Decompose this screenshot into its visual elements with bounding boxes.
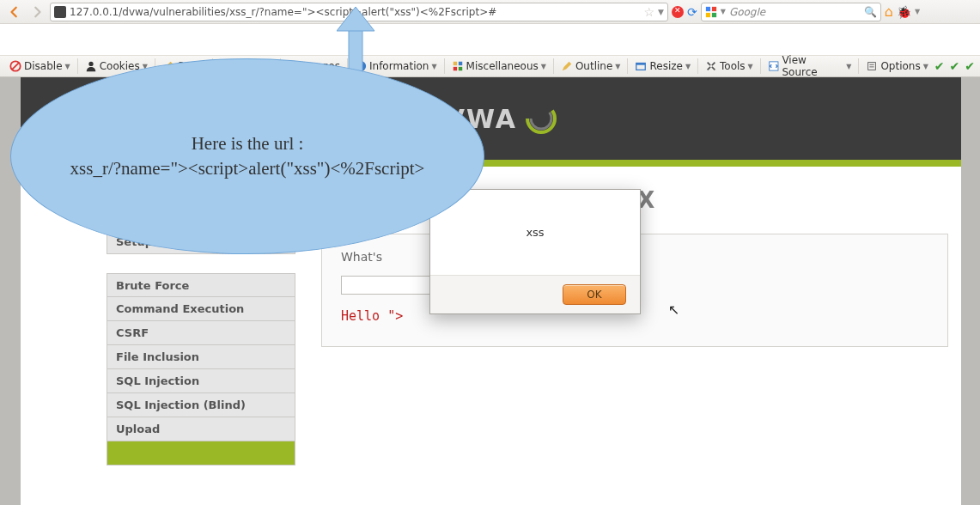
- tb-label: Forms: [234, 60, 265, 72]
- check-icon[interactable]: ✔: [965, 59, 975, 73]
- home-button[interactable]: ⌂: [885, 3, 893, 20]
- sidebar-item-label: Upload: [116, 423, 160, 435]
- sidebar-item-bruteforce[interactable]: Brute Force: [107, 273, 295, 297]
- firebug-icon[interactable]: 🐞: [897, 5, 911, 19]
- tb-viewsource[interactable]: View Source▼: [764, 53, 856, 79]
- check-icon[interactable]: ✔: [934, 59, 945, 73]
- toolbar-caret-icon[interactable]: ▼: [915, 8, 920, 15]
- js-alert-dialog: xss OK: [429, 189, 641, 314]
- source-icon: [768, 60, 780, 72]
- dropdown-caret-icon[interactable]: ▼: [658, 8, 664, 16]
- tb-label: Resize: [649, 60, 682, 72]
- webdev-toolbar: Disable▼ Cookies▼ CSS▼ Forms▼ Images i I…: [0, 55, 980, 77]
- tb-label: Disable: [24, 60, 63, 72]
- main-content: ted Cross Site Scripting (X What's Hello…: [321, 182, 961, 484]
- tb-label: Options: [880, 60, 920, 72]
- resize-icon: [635, 60, 647, 72]
- alert-message: xss: [430, 190, 640, 276]
- sidebar-item-cmdexec[interactable]: Command Execution: [107, 297, 295, 321]
- search-dropdown-caret-icon[interactable]: ▼: [721, 8, 726, 15]
- tb-label: Information: [369, 60, 429, 72]
- image-icon: [288, 60, 300, 72]
- tb-label: CSS: [177, 60, 198, 72]
- tb-images[interactable]: Images: [283, 59, 344, 73]
- misc-icon: [452, 60, 464, 72]
- page-title: ted Cross Site Scripting (X: [321, 187, 961, 213]
- sidebar-item-sqli[interactable]: SQL Injection: [107, 369, 295, 393]
- tab-strip-area: [0, 24, 980, 55]
- sidebar-group-2: Brute Force Command Execution CSRF File …: [107, 273, 295, 465]
- svg-rect-15: [458, 62, 461, 65]
- bookmark-star-icon[interactable]: ☆: [644, 5, 655, 19]
- tb-information[interactable]: i Information▼: [350, 59, 441, 73]
- check-icon[interactable]: ✔: [950, 59, 960, 73]
- tb-resize[interactable]: Resize▼: [630, 59, 695, 73]
- sidebar-item-label: SQL Injection (Blind): [116, 399, 246, 411]
- sidebar: Ho Instructions Setup Brute Force Comman…: [107, 182, 295, 484]
- search-icon[interactable]: 🔍: [864, 6, 877, 18]
- sidebar-item-label: SQL Injection: [116, 374, 199, 387]
- cursor-icon: ↖: [668, 301, 679, 318]
- svg-rect-2: [706, 12, 710, 16]
- search-placeholder: Google: [729, 6, 861, 18]
- sidebar-group-1: Ho Instructions Setup: [107, 182, 295, 254]
- pencil2-icon: [561, 60, 573, 72]
- svg-rect-3: [712, 12, 716, 16]
- dvwa-accent-band: [21, 160, 961, 167]
- sidebar-item-label: Command Execution: [116, 302, 244, 315]
- tb-outline[interactable]: Outline▼: [557, 59, 625, 73]
- reload-button[interactable]: ⟳: [687, 5, 697, 19]
- dvwa-logo: DVWA: [422, 100, 560, 137]
- alert-ok-button[interactable]: OK: [563, 284, 626, 305]
- sidebar-item-label: File Inclusion: [116, 350, 199, 363]
- sidebar-item-label: Instructions: [116, 211, 192, 224]
- dvwa-header: DVWA: [21, 77, 961, 160]
- search-bar[interactable]: ▼ Google 🔍: [701, 3, 881, 21]
- swoosh-icon: [522, 100, 560, 137]
- url-text: 127.0.0.1/dvwa/vulnerabilities/xss_r/?na…: [70, 6, 496, 18]
- sidebar-item-home[interactable]: Ho: [107, 182, 295, 206]
- no-entry-icon: [9, 60, 21, 72]
- sidebar-item-setup[interactable]: Setup: [107, 230, 295, 254]
- tb-label: Tools: [720, 60, 746, 72]
- svg-rect-1: [712, 6, 716, 10]
- svg-rect-0: [706, 6, 710, 10]
- tb-label: Cookies: [100, 60, 140, 72]
- sidebar-item-instructions[interactable]: Instructions: [107, 206, 295, 230]
- svg-rect-7: [221, 63, 230, 70]
- svg-point-6: [88, 62, 93, 66]
- back-button[interactable]: [5, 3, 24, 21]
- tb-label: View Source: [782, 54, 843, 78]
- person-icon: [85, 60, 97, 72]
- tb-label: Outline: [575, 60, 612, 72]
- sidebar-item-xss-reflected[interactable]: [107, 441, 295, 465]
- browser-nav-bar: 127.0.0.1/dvwa/vulnerabilities/xss_r/?na…: [0, 0, 980, 24]
- sidebar-item-label: Setup: [116, 235, 153, 248]
- sidebar-item-sqli-blind[interactable]: SQL Injection (Blind): [107, 393, 295, 417]
- site-favicon: [54, 6, 66, 18]
- sidebar-item-csrf[interactable]: CSRF: [107, 321, 295, 345]
- options-icon: [866, 60, 878, 72]
- svg-rect-21: [868, 63, 876, 70]
- tb-tools[interactable]: Tools▼: [701, 59, 758, 73]
- svg-line-5: [12, 63, 19, 70]
- tb-label: Images: [302, 60, 340, 72]
- svg-rect-19: [636, 64, 646, 65]
- tb-options[interactable]: Options▼: [861, 59, 932, 73]
- sidebar-item-fileinclusion[interactable]: File Inclusion: [107, 345, 295, 369]
- info-icon: i: [355, 60, 367, 72]
- stop-button[interactable]: [672, 6, 684, 18]
- tb-css[interactable]: CSS▼: [158, 59, 210, 73]
- sidebar-item-upload[interactable]: Upload: [107, 417, 295, 441]
- tools-icon: [705, 60, 717, 72]
- google-icon: [705, 6, 717, 18]
- dvwa-logo-text: DVWA: [422, 104, 517, 134]
- tb-forms[interactable]: Forms▼: [216, 59, 278, 73]
- url-bar[interactable]: 127.0.0.1/dvwa/vulnerabilities/xss_r/?na…: [50, 3, 668, 21]
- tb-disable[interactable]: Disable▼: [5, 59, 75, 73]
- svg-rect-16: [453, 67, 456, 70]
- tb-misc[interactable]: Miscellaneous▼: [447, 59, 551, 73]
- svg-rect-17: [458, 67, 461, 70]
- tb-cookies[interactable]: Cookies▼: [81, 59, 152, 73]
- forward-button[interactable]: [27, 3, 46, 21]
